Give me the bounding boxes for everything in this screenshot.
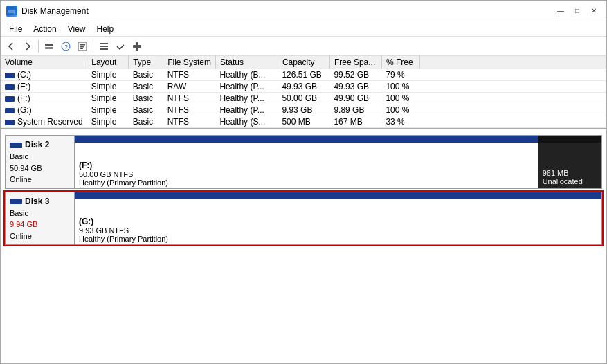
cell-pct: 100 % <box>381 104 419 116</box>
properties-button[interactable] <box>75 39 90 54</box>
cell-volume: System Reserved <box>1 116 87 128</box>
menu-help[interactable]: Help <box>91 23 120 35</box>
cell-extra <box>419 104 606 116</box>
cell-pct: 33 % <box>381 116 419 128</box>
cell-pct: 79 % <box>381 69 419 81</box>
cell-capacity: 9.93 GB <box>278 104 329 116</box>
forward-button[interactable] <box>20 39 35 54</box>
partition-size: 50.00 GB NTFS <box>79 170 534 179</box>
cell-capacity: 126.51 GB <box>278 69 329 81</box>
partition-content: (G:) 9.93 GB NTFS Healthy (Primary Parti… <box>79 217 597 243</box>
cell-free: 167 MB <box>329 116 381 128</box>
check-button[interactable] <box>113 39 128 54</box>
table-row[interactable]: (F:) Simple Basic NTFS Healthy (P... 50.… <box>1 93 606 104</box>
cell-status: Healthy (B... <box>215 69 278 81</box>
disk-view-button[interactable] <box>42 39 57 54</box>
partition-bar-black <box>538 136 601 143</box>
partition-status: Healthy (Primary Partition) <box>79 235 597 243</box>
col-type[interactable]: Type <box>129 56 163 69</box>
minimize-button[interactable]: — <box>554 5 568 17</box>
cell-type: Basic <box>129 81 163 93</box>
table-row[interactable]: System Reserved Simple Basic NTFS Health… <box>1 116 606 128</box>
disk-label-disk2: Disk 2 Basic 50.94 GB Online <box>5 135 74 189</box>
cell-status: Healthy (P... <box>215 81 278 93</box>
cell-status: Healthy (P... <box>215 93 278 104</box>
disk-management-window: Disk Management — □ ✕ File Action View H… <box>0 0 607 364</box>
svg-rect-10 <box>80 48 83 49</box>
menu-view[interactable]: View <box>62 23 91 35</box>
col-pct[interactable]: % Free <box>381 56 419 69</box>
list-view-button[interactable] <box>96 39 111 54</box>
table-row[interactable]: (G:) Simple Basic NTFS Healthy (P... 9.9… <box>1 104 606 116</box>
disk-icon <box>10 199 22 204</box>
help-button[interactable]: ? <box>58 39 73 54</box>
cell-layout: Simple <box>87 81 129 93</box>
disk-name: Disk 2 <box>10 138 70 151</box>
cell-capacity: 50.00 GB <box>278 93 329 104</box>
volume-icon <box>5 73 15 78</box>
col-volume[interactable]: Volume <box>1 56 87 69</box>
settings-button[interactable] <box>129 39 145 54</box>
cell-fs: NTFS <box>163 69 216 81</box>
col-layout[interactable]: Layout <box>87 56 129 69</box>
svg-rect-11 <box>100 43 108 44</box>
cell-extra <box>419 69 606 81</box>
menu-file[interactable]: File <box>3 23 28 35</box>
disk-partitions: (F:) 50.00 GB NTFS Healthy (Primary Part… <box>74 135 602 189</box>
disk-type: Basic <box>10 151 70 163</box>
col-filesystem[interactable]: File System <box>163 56 216 69</box>
svg-rect-13 <box>100 48 108 50</box>
disk-row-disk2[interactable]: Disk 2 Basic 50.94 GB Online (F:) 50.00 … <box>5 135 602 189</box>
cell-status: Healthy (P... <box>215 104 278 116</box>
partition-g_drive[interactable]: (G:) 9.93 GB NTFS Healthy (Primary Parti… <box>75 192 601 245</box>
partition-f_drive[interactable]: (F:) 50.00 GB NTFS Healthy (Primary Part… <box>75 136 538 188</box>
cell-extra <box>419 93 606 104</box>
disk-label-disk3: Disk 3 Basic 9.94 GB Online <box>5 192 74 246</box>
partition-bar-blue <box>75 192 601 199</box>
cell-type: Basic <box>129 116 163 128</box>
cell-fs: NTFS <box>163 116 216 128</box>
cell-free: 49.90 GB <box>329 93 381 104</box>
unalloc-label: Unallocated <box>543 177 597 185</box>
col-free[interactable]: Free Spa... <box>329 56 381 69</box>
partition-content: (F:) 50.00 GB NTFS Healthy (Primary Part… <box>79 161 534 187</box>
col-capacity[interactable]: Capacity <box>278 56 329 69</box>
disk-name: Disk 3 <box>10 195 70 208</box>
back-button[interactable] <box>3 39 19 54</box>
toolbar-separator-1 <box>38 40 39 53</box>
window-title: Disk Management <box>21 6 554 16</box>
close-button[interactable]: ✕ <box>587 5 601 17</box>
cell-layout: Simple <box>87 69 129 81</box>
unalloc-size: 961 MB <box>543 169 597 177</box>
cell-fs: NTFS <box>163 93 216 104</box>
maximize-button[interactable]: □ <box>570 5 584 17</box>
cell-volume: (G:) <box>1 104 87 116</box>
table-row[interactable]: (E:) Simple Basic RAW Healthy (P... 49.9… <box>1 81 606 93</box>
cell-free: 49.93 GB <box>329 81 381 93</box>
cell-layout: Simple <box>87 104 129 116</box>
table-row[interactable]: (C:) Simple Basic NTFS Healthy (B... 126… <box>1 69 606 81</box>
volume-icon <box>5 108 15 113</box>
cell-volume: (E:) <box>1 81 87 93</box>
unallocated-partition[interactable]: 961 MB Unallocated <box>538 136 601 188</box>
col-status[interactable]: Status <box>215 56 278 69</box>
disk-partitions: (G:) 9.93 GB NTFS Healthy (Primary Parti… <box>74 192 602 246</box>
cell-type: Basic <box>129 69 163 81</box>
svg-point-2 <box>14 12 16 14</box>
main-content: Volume Layout Type File System Status Ca… <box>1 56 606 363</box>
cell-pct: 100 % <box>381 81 419 93</box>
disk-row-disk3[interactable]: Disk 3 Basic 9.94 GB Online (G:) 9.93 GB… <box>5 192 602 246</box>
volume-icon <box>5 120 15 125</box>
disk-size: 50.94 GB <box>10 163 70 174</box>
cell-type: Basic <box>129 93 163 104</box>
volume-icon <box>5 96 15 102</box>
cell-layout: Simple <box>87 116 129 128</box>
disk-view-area: Disk 2 Basic 50.94 GB Online (F:) 50.00 … <box>1 129 606 363</box>
cell-extra <box>419 116 606 128</box>
toolbar: ? <box>1 37 606 56</box>
menu-action[interactable]: Action <box>28 23 62 35</box>
partition-bar-blue <box>75 136 538 143</box>
disk-status: Online <box>10 174 70 185</box>
volume-icon <box>5 84 15 90</box>
app-icon <box>6 6 17 17</box>
